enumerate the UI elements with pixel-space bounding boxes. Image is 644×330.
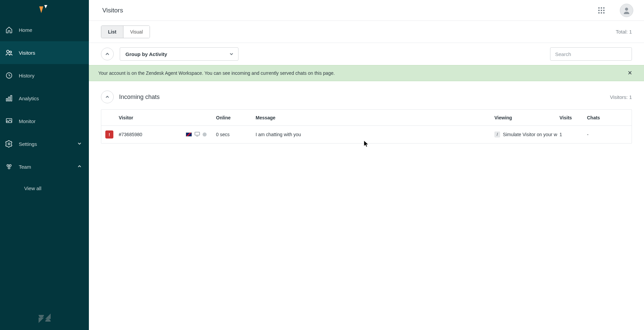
nav-monitor[interactable]: Monitor bbox=[0, 110, 89, 132]
cell-visitor: #73685980 bbox=[117, 132, 184, 137]
svg-rect-4 bbox=[8, 97, 10, 101]
total-label: Total: bbox=[616, 29, 628, 35]
main-content: Visitors List Visual Total: 1 Group by A… bbox=[89, 0, 644, 330]
svg-rect-3 bbox=[6, 99, 8, 101]
total-value: 1 bbox=[629, 29, 632, 35]
cell-visits: 1 bbox=[557, 132, 585, 137]
device-desktop-icon bbox=[195, 132, 200, 138]
table-header-row: Visitor Online Message Viewing Visits Ch… bbox=[101, 110, 632, 126]
view-toggle: List Visual bbox=[101, 25, 150, 38]
cell-viewing: / Simulate Visitor on your website - Zen… bbox=[492, 131, 557, 138]
topbar: Visitors bbox=[89, 0, 644, 21]
svg-rect-21 bbox=[195, 132, 200, 135]
nav-label: History bbox=[19, 73, 35, 78]
svg-rect-16 bbox=[603, 10, 605, 11]
total-count: Total: 1 bbox=[616, 29, 632, 35]
col-viewing[interactable]: Viewing bbox=[492, 115, 557, 120]
workspace-banner: Your account is on the Zendesk Agent Wor… bbox=[89, 65, 644, 81]
svg-point-1 bbox=[10, 51, 12, 53]
visitors-count-value: 1 bbox=[629, 94, 632, 100]
incoming-chats-header: Incoming chats Visitors: 1 bbox=[89, 81, 644, 109]
view-list-label: List bbox=[108, 29, 116, 35]
nav-visitors[interactable]: Visitors bbox=[0, 41, 89, 64]
flag-gb-icon bbox=[186, 132, 192, 136]
cell-message: I am chatting with you bbox=[254, 132, 492, 137]
nav-settings[interactable]: Settings bbox=[0, 132, 89, 155]
user-avatar[interactable] bbox=[620, 4, 633, 17]
urgent-status-icon: ! bbox=[105, 130, 113, 139]
view-visual-tab[interactable]: Visual bbox=[123, 26, 150, 38]
zendesk-logo bbox=[0, 310, 89, 330]
banner-text: Your account is on the Zendesk Agent Wor… bbox=[97, 70, 628, 76]
svg-rect-18 bbox=[601, 12, 602, 13]
col-message[interactable]: Message bbox=[254, 115, 492, 120]
svg-rect-14 bbox=[598, 10, 600, 11]
cell-origin bbox=[184, 132, 214, 138]
nav-team[interactable]: Team bbox=[0, 155, 89, 178]
view-toolbar: List Visual Total: 1 bbox=[89, 21, 644, 43]
product-logo bbox=[0, 0, 89, 18]
page-title: Visitors bbox=[102, 7, 123, 14]
col-visits[interactable]: Visits bbox=[557, 115, 585, 120]
svg-rect-11 bbox=[598, 7, 600, 8]
presence-idle-icon bbox=[203, 132, 207, 136]
chevron-down-icon bbox=[229, 51, 233, 57]
svg-point-8 bbox=[7, 165, 9, 167]
svg-point-9 bbox=[9, 165, 11, 167]
col-online[interactable]: Online bbox=[214, 115, 254, 120]
nav-label: Settings bbox=[19, 142, 37, 147]
svg-point-10 bbox=[8, 167, 10, 169]
chevron-down-icon bbox=[77, 141, 82, 147]
nav-sublabel: View all bbox=[24, 185, 41, 191]
table-row[interactable]: ! #73685980 0 secs I am chatting with yo… bbox=[101, 126, 632, 143]
view-list-tab[interactable]: List bbox=[101, 26, 123, 38]
group-by-dropdown[interactable]: Group by Activity bbox=[120, 47, 238, 61]
viewing-title: Simulate Visitor on your website - Zende… bbox=[503, 132, 557, 137]
svg-rect-12 bbox=[601, 7, 602, 8]
visitors-table: Visitor Online Message Viewing Visits Ch… bbox=[101, 109, 632, 144]
filter-bar: Group by Activity bbox=[89, 43, 644, 65]
svg-rect-19 bbox=[603, 12, 605, 13]
visitors-count: Visitors: 1 bbox=[610, 94, 632, 100]
nav-label: Home bbox=[19, 28, 32, 33]
nav-history[interactable]: History bbox=[0, 64, 89, 87]
nav-label: Analytics bbox=[19, 96, 39, 101]
sidebar: Home Visitors History Analytics Monitor … bbox=[0, 0, 89, 330]
svg-point-7 bbox=[8, 143, 10, 145]
nav-label: Visitors bbox=[19, 50, 35, 55]
cell-online: 0 secs bbox=[214, 132, 254, 137]
collapse-all-button[interactable] bbox=[101, 48, 114, 60]
col-visitor[interactable]: Visitor bbox=[117, 115, 184, 120]
svg-rect-13 bbox=[603, 7, 605, 8]
svg-rect-15 bbox=[601, 10, 602, 11]
search-input[interactable] bbox=[550, 47, 632, 61]
svg-point-0 bbox=[7, 50, 9, 53]
view-visual-label: Visual bbox=[130, 29, 143, 35]
svg-rect-5 bbox=[11, 96, 12, 101]
status-badge-text: ! bbox=[109, 132, 110, 137]
svg-point-20 bbox=[625, 7, 628, 10]
nav-label: Team bbox=[19, 164, 31, 169]
banner-close-icon[interactable] bbox=[628, 70, 632, 76]
svg-rect-17 bbox=[598, 12, 600, 13]
nav-team-view-all[interactable]: View all bbox=[0, 178, 89, 198]
group-by-label: Group by Activity bbox=[125, 51, 167, 57]
nav-home[interactable]: Home bbox=[0, 18, 89, 41]
viewing-path-badge: / bbox=[494, 131, 500, 138]
section-title: Incoming chats bbox=[119, 94, 160, 101]
nav-analytics[interactable]: Analytics bbox=[0, 87, 89, 110]
section-collapse-button[interactable] bbox=[101, 91, 114, 103]
nav-label: Monitor bbox=[19, 119, 36, 124]
col-chats[interactable]: Chats bbox=[585, 115, 619, 120]
chevron-up-icon bbox=[77, 164, 82, 169]
cell-chats: - bbox=[585, 132, 619, 137]
visitors-count-label: Visitors: bbox=[610, 94, 628, 100]
apps-grid-icon[interactable] bbox=[598, 7, 605, 14]
